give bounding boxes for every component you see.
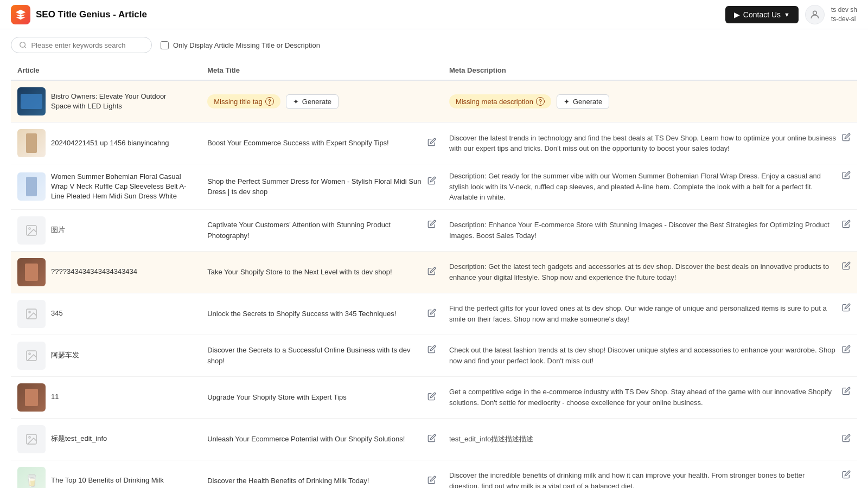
edit-icon[interactable] — [427, 176, 436, 187]
app-logo — [11, 5, 30, 24]
meta-desc-cell-9: test_edit_info描述描述描述 — [443, 418, 857, 460]
table-container: Article Meta Title Meta Description Bist… — [0, 61, 868, 488]
header-left: SEO Title Genius - Article — [11, 5, 147, 24]
table-header-row: Article Meta Title Meta Description — [11, 61, 857, 80]
edit-icon[interactable] — [427, 267, 436, 277]
meta-desc-cell-4: Description: Enhance Your E-commerce Sto… — [443, 209, 857, 251]
edit-icon[interactable] — [842, 133, 851, 143]
meta-desc-cell-1: Missing meta description ? ✦ Generate — [443, 80, 857, 123]
thumb-placeholder — [17, 342, 46, 370]
svg-point-1 — [20, 42, 25, 48]
meta-desc-cell-5: Description: Get the latest tech gadgets… — [443, 251, 857, 293]
meta-desc-text-9: test_edit_info描述描述描述 — [449, 434, 837, 445]
edit-icon[interactable] — [427, 434, 436, 444]
meta-title-text-8: Upgrade Your Shopify Store with Expert T… — [207, 392, 423, 403]
generate-title-button[interactable]: ✦ Generate — [286, 94, 339, 109]
meta-desc-cell-8: Get a competitive edge in the e-commerce… — [443, 376, 857, 418]
meta-title-text-9: Unleash Your Ecommerce Potential with Ou… — [207, 434, 423, 445]
article-cell-7: 阿瑟车发 — [11, 335, 201, 376]
edit-icon[interactable] — [842, 434, 851, 444]
user-avatar[interactable] — [805, 5, 825, 24]
meta-desc-text-10: Discover the incredible benefits of drin… — [449, 470, 837, 488]
meta-desc-text-5: Description: Get the latest tech gadgets… — [449, 261, 837, 282]
article-name-6: 345 — [51, 309, 63, 318]
missing-title-badge: Missing title tag ? — [207, 94, 280, 108]
meta-desc-cell-6: Find the perfect gifts for your loved on… — [443, 293, 857, 335]
meta-desc-cell-10: Discover the incredible benefits of drin… — [443, 460, 857, 488]
meta-title-cell-2: Boost Your Ecommerce Success with Expert… — [201, 123, 443, 164]
generate-desc-button[interactable]: ✦ Generate — [557, 94, 609, 109]
edit-icon[interactable] — [427, 392, 436, 402]
meta-title-cell-10: Discover the Health Benefits of Drinking… — [201, 460, 443, 488]
svg-point-8 — [29, 353, 30, 355]
article-name-8: 11 — [51, 392, 59, 402]
table-row: 345 Unlock the Secrets to Shopify Succes… — [11, 293, 857, 335]
user-name: ts dev sh — [831, 5, 857, 15]
toolbar: Only Display Article Missing Title or De… — [0, 29, 868, 61]
col-header-article: Article — [11, 61, 201, 80]
filter-label: Only Display Article Missing Title or De… — [173, 41, 320, 49]
edit-icon[interactable] — [842, 171, 851, 181]
col-header-meta-desc: Meta Description — [443, 61, 857, 80]
info-icon: ? — [265, 97, 274, 106]
article-name-5: ????343434343434343434 — [51, 267, 137, 277]
article-cell-8: 11 — [11, 376, 201, 418]
search-input[interactable] — [31, 41, 144, 49]
article-cell-2: 202404221451 up 1456 bianyincahng — [11, 123, 201, 164]
edit-icon[interactable] — [427, 345, 436, 355]
table-row: ????343434343434343434 Take Your Shopify… — [11, 251, 857, 293]
table-row: Bistro Owners: Elevate Your Outdoor Spac… — [11, 80, 857, 123]
edit-icon[interactable] — [842, 220, 851, 230]
search-box — [11, 37, 152, 53]
meta-desc-text-3: Description: Get ready for the summer vi… — [449, 171, 837, 203]
meta-desc-cell-3: Description: Get ready for the summer vi… — [443, 164, 857, 210]
edit-icon[interactable] — [842, 303, 851, 313]
contact-label: Contact Us — [743, 10, 781, 19]
meta-title-text-2: Boost Your Ecommerce Success with Expert… — [207, 138, 423, 149]
edit-icon[interactable] — [427, 309, 436, 319]
meta-title-text-3: Shop the Perfect Summer Dress for Women … — [207, 176, 423, 197]
spark-icon: ✦ — [564, 98, 570, 106]
articles-table: Article Meta Title Meta Description Bist… — [11, 61, 857, 488]
meta-title-cell-1: Missing title tag ? ✦ Generate — [201, 80, 443, 123]
meta-title-text-7: Discover the Secrets to a Successful Onl… — [207, 345, 423, 366]
edit-icon[interactable] — [842, 470, 851, 480]
meta-desc-text-2: Discover the latest trends in technology… — [449, 133, 837, 154]
thumb-placeholder — [17, 216, 46, 245]
meta-desc-cell-7: Check out the latest fashion trends at t… — [443, 335, 857, 376]
contact-button[interactable]: ▶ Contact Us ▼ — [725, 6, 799, 23]
edit-icon[interactable] — [842, 345, 851, 355]
header-right: ▶ Contact Us ▼ ts dev sh ts-dev-sl — [725, 5, 857, 24]
table-row: 11 Upgrade Your Shopify Store with Exper… — [11, 376, 857, 418]
article-cell-6: 345 — [11, 293, 201, 335]
contact-icon: ▶ — [734, 10, 740, 19]
filter-checkbox-label[interactable]: Only Display Article Missing Title or De… — [161, 41, 320, 49]
table-row: Women Summer Bohemian Floral Casual Wrap… — [11, 164, 857, 210]
edit-icon[interactable] — [427, 138, 436, 148]
missing-desc-badge: Missing meta description ? — [449, 94, 551, 108]
filter-checkbox[interactable] — [161, 41, 169, 49]
header: SEO Title Genius - Article ▶ Contact Us … — [0, 0, 868, 29]
meta-desc-cell-2: Discover the latest trends in technology… — [443, 123, 857, 164]
edit-icon[interactable] — [427, 220, 436, 230]
edit-icon[interactable] — [842, 387, 851, 397]
edit-icon[interactable] — [427, 476, 436, 486]
meta-desc-text-8: Get a competitive edge in the e-commerce… — [449, 387, 837, 408]
thumb-placeholder — [17, 300, 46, 328]
table-row: 标题test_edit_info Unleash Your Ecommerce … — [11, 418, 857, 460]
article-name-9: 标题test_edit_info — [51, 434, 107, 444]
meta-title-text-6: Unlock the Secrets to Shopify Success wi… — [207, 309, 423, 319]
article-name-1: Bistro Owners: Elevate Your Outdoor Spac… — [51, 92, 187, 111]
meta-title-text-10: Discover the Health Benefits of Drinking… — [207, 476, 423, 486]
edit-icon[interactable] — [842, 261, 851, 272]
table-row: 图片 Captivate Your Customers' Attention w… — [11, 209, 857, 251]
article-name-3: Women Summer Bohemian Floral Casual Wrap… — [51, 172, 187, 202]
user-handle: ts-dev-sl — [831, 15, 857, 24]
meta-title-cell-9: Unleash Your Ecommerce Potential with Ou… — [201, 418, 443, 460]
search-icon — [19, 41, 27, 49]
meta-title-cell-5: Take Your Shopify Store to the Next Leve… — [201, 251, 443, 293]
chevron-down-icon: ▼ — [784, 11, 790, 18]
table-row: 阿瑟车发 Discover the Secrets to a Successfu… — [11, 335, 857, 376]
spark-icon: ✦ — [293, 98, 299, 106]
app-title: SEO Title Genius - Article — [36, 9, 147, 20]
